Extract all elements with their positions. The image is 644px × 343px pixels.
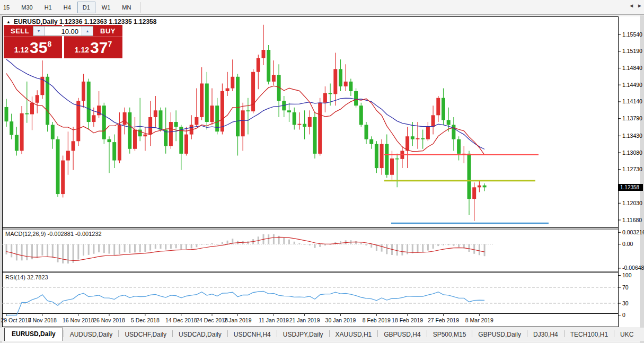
svg-text:70: 70 xyxy=(622,284,629,291)
tab-usdcad-daily[interactable]: USDCAD,Daily xyxy=(173,329,227,341)
svg-text:11 Jan 2019: 11 Jan 2019 xyxy=(259,317,289,323)
svg-text:29 Oct 2018: 29 Oct 2018 xyxy=(1,317,31,323)
tab-ukc[interactable]: UKC xyxy=(615,329,639,341)
svg-text:26 Nov 2018: 26 Nov 2018 xyxy=(93,317,125,323)
svg-text:5 Dec 2018: 5 Dec 2018 xyxy=(131,317,160,323)
svg-text:14 Dec 2018: 14 Dec 2018 xyxy=(165,317,197,323)
tab-separator xyxy=(64,330,64,337)
sell-price: 1.12 35 8 xyxy=(4,37,62,58)
buy-label: BUY xyxy=(100,27,116,35)
svg-text:1.12730: 1.12730 xyxy=(622,166,642,172)
svg-text:1.11680: 1.11680 xyxy=(622,217,642,223)
svg-text:16 Nov 2018: 16 Nov 2018 xyxy=(63,317,94,323)
svg-text:1.14490: 1.14490 xyxy=(622,82,642,88)
svg-text:100: 100 xyxy=(622,272,632,278)
tab-audusd-daily[interactable]: AUDUSD,Daily xyxy=(65,329,118,341)
tab-separator xyxy=(427,330,427,337)
svg-text:1.15190: 1.15190 xyxy=(622,48,642,54)
tab-separator xyxy=(564,330,564,337)
volume-value[interactable]: 10.00 xyxy=(45,27,82,36)
chart-title-text: EURUSD,Daily 1.12336 1.12363 1.12335 1.1… xyxy=(14,18,157,25)
tab-usdcnh-h4[interactable]: USDCNH,H4 xyxy=(228,329,276,341)
svg-text:1.12030: 1.12030 xyxy=(622,200,642,206)
svg-text:-0.006485: -0.006485 xyxy=(622,265,644,271)
tab-tech100-h1[interactable]: TECH100,H1 xyxy=(565,329,613,341)
svg-text:8 Mar 2019: 8 Mar 2019 xyxy=(465,317,493,323)
svg-text:8 Feb 2019: 8 Feb 2019 xyxy=(363,317,391,323)
macd-indicator-label: MACD(12,26,9) -0.002881 -0.001232 xyxy=(5,231,102,237)
svg-text:21 Jan 2019: 21 Jan 2019 xyxy=(289,317,320,323)
svg-text:1.14840: 1.14840 xyxy=(622,65,642,71)
svg-text:0.00: 0.00 xyxy=(622,241,633,247)
tab-separator xyxy=(527,330,527,337)
current-price-tag: 1.12358 xyxy=(619,184,643,191)
tab-usdchf-daily[interactable]: USDCHF,Daily xyxy=(119,329,172,341)
sell-label: SELL xyxy=(11,27,29,35)
svg-text:2 Jan 2019: 2 Jan 2019 xyxy=(224,317,252,323)
tab-gbpusd-h4[interactable]: GBPUSD,H4 xyxy=(378,329,426,341)
volume-spinner: ▼ 10.00 ▲ xyxy=(33,26,93,36)
volume-increase-button[interactable]: ▲ xyxy=(82,27,93,36)
rsi-indicator-label: RSI(14) 32.7823 xyxy=(5,274,48,280)
svg-text:1.13430: 1.13430 xyxy=(622,133,642,139)
tab-separator xyxy=(118,330,119,337)
chart-title: ▲ EURUSD,Daily 1.12336 1.12363 1.12335 1… xyxy=(6,18,156,25)
tab-separator xyxy=(377,330,378,337)
one-click-trade-panel: SELL 1.12 35 8 BUY 1.12 37 7 ▼ 10.00 ▲ xyxy=(4,25,122,58)
svg-text:30 Jan 2019: 30 Jan 2019 xyxy=(325,317,356,323)
svg-text:7 Nov 2018: 7 Nov 2018 xyxy=(28,317,57,323)
tab-separator xyxy=(472,330,472,337)
collapse-icon[interactable]: ▲ xyxy=(6,20,11,24)
tab-separator xyxy=(227,330,228,337)
tab-separator xyxy=(614,330,614,337)
svg-text:1.13790: 1.13790 xyxy=(622,115,642,121)
svg-text:1.15540: 1.15540 xyxy=(622,31,642,38)
buy-price: 1.12 37 7 xyxy=(64,37,122,58)
tab-gbpusd-daily[interactable]: GBPUSD,Daily xyxy=(473,329,526,341)
svg-text:27 Feb 2019: 27 Feb 2019 xyxy=(428,317,459,323)
tab-sp500-m15[interactable]: SP500,M15 xyxy=(428,329,472,341)
tab-eurusd-daily[interactable]: EURUSD,Daily xyxy=(4,328,63,341)
tab-separator xyxy=(277,330,277,337)
svg-text:0: 0 xyxy=(622,312,625,318)
tab-xauusd-h1[interactable]: XAUUSD,H1 xyxy=(330,329,377,341)
svg-text:1.13080: 1.13080 xyxy=(622,149,642,156)
tab-separator xyxy=(172,330,173,337)
tab-usdjpy-daily[interactable]: USDJPY,Daily xyxy=(278,329,329,341)
symbol-tab-bar: EURUSD,DailyAUDUSD,DailyUSDCHF,DailyUSDC… xyxy=(0,328,644,341)
svg-text:0.003216: 0.003216 xyxy=(622,229,644,235)
tab-separator xyxy=(329,330,330,337)
svg-text:18 Feb 2019: 18 Feb 2019 xyxy=(392,317,423,323)
volume-decrease-button[interactable]: ▼ xyxy=(33,27,45,36)
svg-text:24 Dec 2018: 24 Dec 2018 xyxy=(196,317,228,323)
tab-dj30-h4[interactable]: DJ30,H4 xyxy=(528,329,563,341)
svg-text:30: 30 xyxy=(622,300,629,306)
svg-text:1.14140: 1.14140 xyxy=(622,98,642,104)
